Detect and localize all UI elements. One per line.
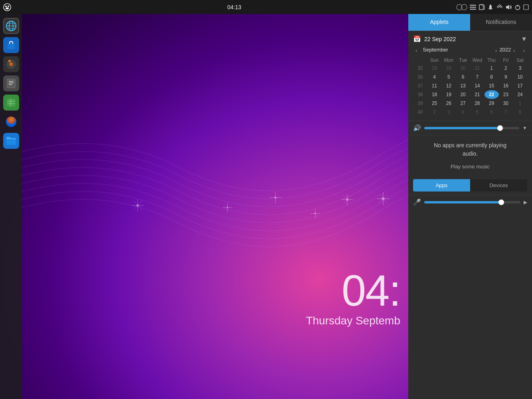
calendar-day[interactable]: 14	[470, 81, 485, 90]
calendar-day[interactable]: 23	[499, 90, 513, 99]
calendar-day[interactable]: 2	[427, 108, 442, 117]
dock-icon-text-editor[interactable]	[3, 75, 19, 91]
week-number: 39	[413, 99, 427, 108]
calendar-day[interactable]: 1	[485, 64, 499, 73]
prev-month-btn[interactable]: ‹	[413, 47, 419, 54]
tab-apps[interactable]: Apps	[413, 179, 470, 192]
calendar-day[interactable]: 3	[442, 108, 456, 117]
calendar-day[interactable]: 29	[485, 99, 499, 108]
calendar-date-text: 22 Sep 2022	[424, 36, 456, 42]
calendar-day[interactable]: 4	[456, 108, 470, 117]
dock-icon-firefox[interactable]	[3, 114, 19, 130]
calendar-day[interactable]: 16	[499, 81, 513, 90]
menu-lines-icon[interactable]	[470, 5, 476, 10]
circle-indicators	[456, 4, 467, 10]
volume-expand-btn[interactable]: ▼	[522, 125, 527, 131]
files-icon[interactable]	[479, 4, 485, 10]
calendar-day[interactable]: 8	[513, 108, 527, 117]
volume-slider[interactable]	[424, 127, 519, 129]
dock	[0, 14, 22, 399]
notification-bell-icon[interactable]	[487, 4, 494, 10]
dock-icon-launcher[interactable]	[3, 18, 19, 34]
dock-icon-bag[interactable]	[3, 37, 19, 53]
volume-slider-thumb[interactable]	[497, 125, 503, 131]
calendar-day[interactable]: 18	[427, 90, 442, 99]
calendar-dropdown-icon[interactable]: ▼	[521, 36, 527, 43]
play-music-button[interactable]: Play some music	[451, 164, 490, 170]
calendar-day[interactable]: 6	[485, 108, 499, 117]
calendar-header: 📅 22 Sep 2022 ▼	[413, 35, 527, 43]
dock-icon-file-manager[interactable]	[3, 133, 19, 149]
calendar-day[interactable]: 30	[499, 99, 513, 108]
next-month-btn[interactable]: ›	[521, 47, 527, 54]
calendar-day[interactable]: 25	[427, 99, 442, 108]
calendar-week-row: 392526272829301	[413, 99, 527, 108]
calendar-day[interactable]: 28	[427, 64, 442, 73]
cal-header-mon: Mon	[442, 57, 456, 64]
cal-header-thu: Thu	[485, 57, 499, 64]
calendar-day[interactable]: 26	[442, 99, 456, 108]
volume-section: 🔊 ▼	[408, 120, 532, 135]
svg-point-54	[10, 64, 12, 65]
calendar-day[interactable]: 7	[470, 73, 485, 81]
calendar-day[interactable]: 4	[427, 73, 442, 81]
calendar-month[interactable]: September	[423, 47, 448, 54]
calendar-week-row: 3528293031123	[413, 64, 527, 73]
calendar-day[interactable]: 20	[456, 90, 470, 99]
mic-expand-btn[interactable]: ▶	[524, 200, 527, 205]
calendar-day[interactable]: 12	[442, 81, 456, 90]
next-year-btn[interactable]: ›	[511, 47, 517, 54]
calendar-day[interactable]: 5	[442, 73, 456, 81]
calendar-week-row: 402345678	[413, 108, 527, 117]
mic-slider-thumb[interactable]	[498, 200, 504, 205]
calendar-day[interactable]: 27	[456, 99, 470, 108]
network-icon[interactable]	[496, 4, 503, 10]
cal-header-sun: Sun	[427, 57, 442, 64]
calendar-day[interactable]: 15	[485, 81, 499, 90]
calendar-day[interactable]: 8	[485, 73, 499, 81]
calendar-day[interactable]: 19	[442, 90, 456, 99]
cal-header-sat: Sat	[513, 57, 527, 64]
tab-applets[interactable]: Applets	[408, 14, 470, 31]
calendar-day[interactable]: 9	[499, 73, 513, 81]
mic-slider-fill	[424, 201, 501, 203]
calendar-day[interactable]: 30	[456, 64, 470, 73]
calendar-day[interactable]: 24	[513, 90, 527, 99]
svg-point-55	[8, 60, 11, 62]
clock-time: 04:	[306, 269, 400, 312]
mic-slider[interactable]	[424, 201, 520, 203]
screenshot-icon[interactable]	[523, 4, 529, 10]
svg-point-65	[6, 117, 16, 127]
calendar-year[interactable]: 2022	[499, 47, 511, 54]
calendar-day[interactable]: 21	[470, 90, 485, 99]
calendar-section: 📅 22 Sep 2022 ▼ ‹ September ‹ 2022 › › S…	[408, 31, 532, 120]
taskbar-time: 04:13	[227, 4, 241, 10]
calendar-day[interactable]: 22	[485, 90, 499, 99]
power-icon[interactable]	[514, 4, 521, 10]
menu-icon[interactable]	[2, 2, 12, 12]
week-number: 35	[413, 64, 427, 73]
calendar-day[interactable]: 10	[513, 73, 527, 81]
tab-notifications[interactable]: Notifications	[470, 14, 532, 31]
audio-section: No apps are currently playing audio. Pla…	[408, 135, 532, 176]
calendar-day[interactable]: 17	[513, 81, 527, 90]
calendar-day[interactable]: 3	[513, 64, 527, 73]
volume-taskbar-icon[interactable]	[506, 4, 512, 10]
calendar-day[interactable]: 11	[427, 81, 442, 90]
calendar-day[interactable]: 2	[499, 64, 513, 73]
week-number: 37	[413, 81, 427, 90]
calendar-day[interactable]: 29	[442, 64, 456, 73]
tab-devices[interactable]: Devices	[470, 179, 527, 192]
dock-icon-music[interactable]	[3, 56, 19, 72]
calendar-day[interactable]: 28	[470, 99, 485, 108]
calendar-day[interactable]: 5	[470, 108, 485, 117]
dock-icon-spreadsheet[interactable]	[3, 95, 19, 111]
calendar-day[interactable]: 13	[456, 81, 470, 90]
svg-point-28	[6, 7, 9, 9]
calendar-day[interactable]: 7	[499, 108, 513, 117]
calendar-day[interactable]: 1	[513, 99, 527, 108]
calendar-week-row: 3818192021222324	[413, 90, 527, 99]
calendar-day[interactable]: 6	[456, 73, 470, 81]
prev-year-btn[interactable]: ‹	[493, 47, 499, 54]
calendar-day[interactable]: 31	[470, 64, 485, 73]
